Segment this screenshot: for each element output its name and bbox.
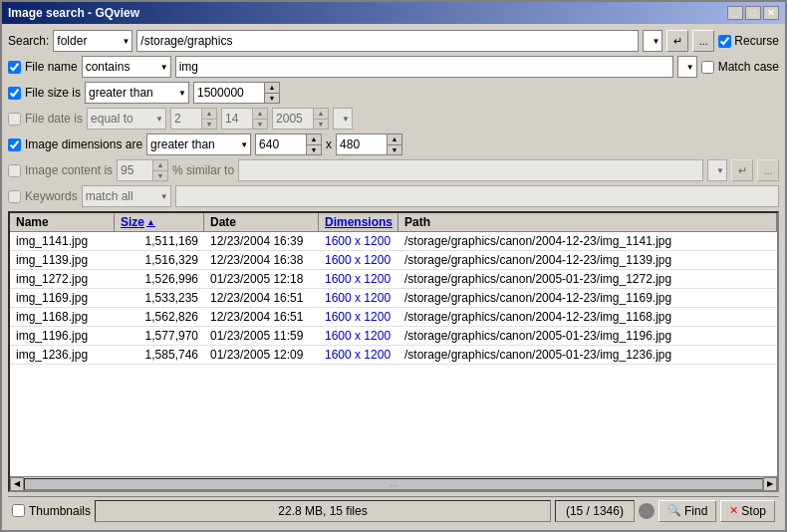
filedate-month-up[interactable]: ▲ xyxy=(253,109,267,120)
dimensions-height-up[interactable]: ▲ xyxy=(388,134,401,145)
cell-size: 1,516,329 xyxy=(115,251,204,269)
filesize-enabled-checkbox[interactable] xyxy=(8,87,21,100)
col-path[interactable]: Path xyxy=(398,213,777,231)
cell-date: 01/23/2005 12:18 xyxy=(204,270,319,288)
search-path-input[interactable]: /storage/graphics xyxy=(136,30,639,52)
main-window: Image search - GQview _ □ ✕ Search: fold… xyxy=(0,0,787,532)
cell-dim: 1600 x 1200 xyxy=(319,232,398,250)
dimensions-x-label: x xyxy=(326,137,332,151)
content-similar-input[interactable] xyxy=(238,159,703,181)
table-row[interactable]: img_1272.jpg1,526,99601/23/2005 12:18160… xyxy=(10,270,777,289)
results-table: Name Size ▲ Date Dimensions Path img_114… xyxy=(8,211,779,492)
filedate-year-input[interactable] xyxy=(273,109,313,129)
dimensions-width-down[interactable]: ▼ xyxy=(307,145,321,155)
keywords-enabled-checkbox[interactable] xyxy=(8,190,21,203)
maximize-button[interactable]: □ xyxy=(745,6,761,20)
filedate-enabled-checkbox[interactable] xyxy=(8,113,21,126)
close-button[interactable]: ✕ xyxy=(763,6,779,20)
table-header: Name Size ▲ Date Dimensions Path xyxy=(10,213,777,232)
search-type-select[interactable]: folder file result xyxy=(53,30,132,52)
filedate-year-up[interactable]: ▲ xyxy=(314,109,328,120)
stop-button[interactable]: ✕ Stop xyxy=(720,500,775,522)
find-icon: 🔍 xyxy=(667,504,681,517)
filedate-day-up[interactable]: ▲ xyxy=(202,109,216,120)
table-row[interactable]: img_1168.jpg1,562,82612/23/2004 16:51160… xyxy=(10,308,777,327)
recurse-label: Recurse xyxy=(734,34,779,48)
filedate-month-down[interactable]: ▼ xyxy=(253,120,267,130)
content-percent-up[interactable]: ▲ xyxy=(153,160,167,171)
pin-button[interactable]: ↵ xyxy=(666,30,688,52)
dimensions-width-spin: ▲ ▼ xyxy=(255,133,322,155)
cell-date: 12/23/2004 16:38 xyxy=(204,251,319,269)
filename-value-input[interactable]: img xyxy=(175,56,673,78)
path-dropdown[interactable] xyxy=(643,30,662,52)
filedate-month-arrows: ▲ ▼ xyxy=(252,109,267,129)
content-percent-label: % similar to xyxy=(172,163,234,177)
browse-button[interactable]: ... xyxy=(692,30,714,52)
dimensions-width-up[interactable]: ▲ xyxy=(307,134,321,145)
filedate-extra-select[interactable] xyxy=(333,108,353,130)
table-body: img_1141.jpg1,511,16912/23/2004 16:39160… xyxy=(10,232,777,476)
table-row[interactable]: img_1196.jpg1,577,97001/23/2005 11:59160… xyxy=(10,327,777,346)
filedate-condition-select[interactable]: equal to before after between xyxy=(87,108,166,130)
dimensions-condition-select[interactable]: greater than less than equal to xyxy=(146,133,251,155)
content-percent-input[interactable] xyxy=(118,160,152,180)
cell-name: img_1168.jpg xyxy=(10,308,115,326)
content-browse-button[interactable]: ... xyxy=(757,159,779,181)
cell-path: /storage/graphics/canon/2005-01-23/img_1… xyxy=(398,327,777,345)
matchcase-checkbox[interactable] xyxy=(701,61,714,74)
minimize-button[interactable]: _ xyxy=(727,6,743,20)
filedate-month-input[interactable] xyxy=(222,109,252,129)
dimensions-height-input[interactable] xyxy=(337,134,387,154)
cell-date: 12/23/2004 16:51 xyxy=(204,289,319,307)
col-dimensions[interactable]: Dimensions xyxy=(319,213,398,231)
filename-dropdown[interactable] xyxy=(677,56,697,78)
filedate-extra-wrap xyxy=(333,108,353,130)
col-name[interactable]: Name xyxy=(10,213,115,231)
table-row[interactable]: img_1236.jpg1,585,74601/23/2005 12:09160… xyxy=(10,346,777,365)
content-dropdown[interactable] xyxy=(707,159,727,181)
filesize-spin-up[interactable]: ▲ xyxy=(265,83,279,94)
filedate-day-down[interactable]: ▼ xyxy=(202,120,216,130)
filename-row: File name contains is starts with ends w… xyxy=(8,56,779,78)
thumbnails-label: Thumbnails xyxy=(29,504,91,518)
filedate-day-input[interactable] xyxy=(171,109,201,129)
cell-path: /storage/graphics/canon/2004-12-23/img_1… xyxy=(398,308,777,326)
thumbnails-checkbox[interactable] xyxy=(12,504,25,517)
status-count: (15 / 1346) xyxy=(555,500,635,522)
find-button[interactable]: 🔍 Find xyxy=(658,500,716,522)
cell-path: /storage/graphics/canon/2004-12-23/img_1… xyxy=(398,289,777,307)
content-pin-button[interactable]: ↵ xyxy=(731,159,753,181)
filedate-year-down[interactable]: ▼ xyxy=(314,120,328,130)
dimensions-enabled-checkbox[interactable] xyxy=(8,138,21,151)
cell-path: /storage/graphics/canon/2004-12-23/img_1… xyxy=(398,232,777,250)
cell-dim: 1600 x 1200 xyxy=(319,289,398,307)
content-percent-down[interactable]: ▼ xyxy=(153,171,167,181)
scroll-left-button[interactable]: ◀ xyxy=(10,477,24,491)
filesize-condition-select[interactable]: greater than less than equal to between xyxy=(85,82,189,104)
table-row[interactable]: img_1141.jpg1,511,16912/23/2004 16:39160… xyxy=(10,232,777,251)
filedate-label: File date is xyxy=(25,112,83,126)
recurse-checkbox[interactable] xyxy=(718,35,731,48)
dimensions-height-arrows: ▲ ▼ xyxy=(387,134,401,154)
table-row[interactable]: img_1139.jpg1,516,32912/23/2004 16:38160… xyxy=(10,251,777,270)
keywords-value-input[interactable] xyxy=(175,185,779,207)
scroll-track[interactable]: ··· xyxy=(24,478,763,490)
filesize-spin-down[interactable]: ▼ xyxy=(265,94,279,104)
scroll-right-button[interactable]: ▶ xyxy=(763,477,777,491)
content-enabled-checkbox[interactable] xyxy=(8,164,21,177)
filename-enabled-checkbox[interactable] xyxy=(8,61,21,74)
filename-condition-select[interactable]: contains is starts with ends with xyxy=(82,56,171,78)
sort-icon: ▲ xyxy=(146,217,155,227)
table-row[interactable]: img_1169.jpg1,533,23512/23/2004 16:51160… xyxy=(10,289,777,308)
filesize-condition-wrap: greater than less than equal to between xyxy=(85,82,189,104)
dimensions-width-input[interactable] xyxy=(256,134,306,154)
cell-dim: 1600 x 1200 xyxy=(319,327,398,345)
col-size[interactable]: Size ▲ xyxy=(115,213,204,231)
dimensions-height-down[interactable]: ▼ xyxy=(388,145,401,155)
cell-path: /storage/graphics/canon/2005-01-23/img_1… xyxy=(398,346,777,364)
col-date[interactable]: Date xyxy=(204,213,319,231)
filedate-day-arrows: ▲ ▼ xyxy=(201,109,216,129)
filesize-value-input[interactable] xyxy=(194,83,264,103)
keywords-match-select[interactable]: match all match any xyxy=(82,185,171,207)
